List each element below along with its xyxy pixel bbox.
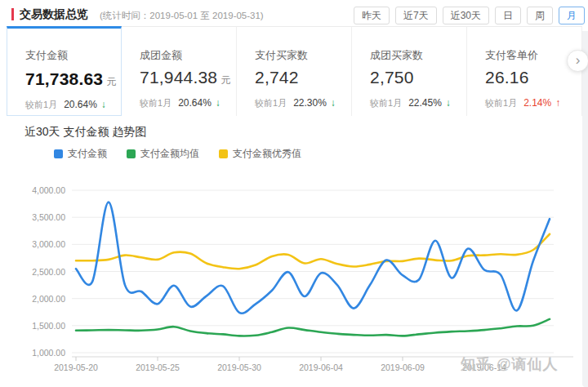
chart-legend: 支付金额 支付金额均值 支付金额优秀值 — [54, 147, 301, 161]
change-percent: 20.64% — [64, 99, 97, 110]
svg-text:1,500.00: 1,500.00 — [32, 321, 65, 331]
compare-label: 较前1月 — [485, 98, 517, 108]
svg-text:2019-06-09: 2019-06-09 — [381, 363, 425, 372]
watermark: 知乎 @谪仙人 — [461, 354, 559, 374]
metric-card-group-amount[interactable]: 成团金额 71,944.38元 较前1月20.64%↓ — [122, 26, 237, 116]
compare-label: 较前1月 — [370, 98, 402, 108]
svg-text:2019-05-25: 2019-05-25 — [136, 363, 180, 372]
range-button-day[interactable]: 日 — [495, 7, 521, 24]
svg-text:2019-05-20: 2019-05-20 — [54, 363, 98, 372]
svg-text:2,500.00: 2,500.00 — [32, 267, 65, 277]
overview-header: 交易数据总览 (统计时间：2019-05-01 至 2019-05-31) 昨天… — [0, 0, 588, 26]
svg-text:2019-05-30: 2019-05-30 — [217, 363, 261, 372]
range-button-yesterday[interactable]: 昨天 — [354, 7, 390, 24]
legend-item-average-value[interactable]: 支付金额均值 — [127, 147, 199, 161]
svg-text:2019-06-04: 2019-06-04 — [299, 363, 343, 372]
change-percent: 2.14% — [523, 97, 551, 109]
change-percent: 20.64% — [178, 97, 212, 109]
svg-text:4,000.00: 4,000.00 — [32, 185, 65, 195]
svg-text:2,000.00: 2,000.00 — [32, 294, 65, 304]
compare-label: 较前1月 — [25, 100, 57, 109]
metric-card-payment-amount[interactable]: 支付金额 71,738.63元 较前1月20.64%↓ — [7, 26, 122, 116]
trend-down-arrow-icon: ↓ — [101, 99, 106, 110]
legend-marker-blue — [54, 149, 63, 158]
trend-up-arrow-icon: ↑ — [555, 97, 560, 109]
metric-value: 2,750 — [370, 68, 414, 87]
metric-unit: 元 — [220, 74, 230, 86]
metric-label: 成团买家数 — [370, 48, 423, 63]
compare-label: 较前1月 — [140, 98, 172, 108]
stats-period-label: (统计时间：2019-05-01 至 2019-05-31) — [100, 10, 264, 22]
trend-down-arrow-icon: ↓ — [216, 97, 220, 109]
compare-label: 较前1月 — [255, 98, 287, 108]
trend-down-arrow-icon: ↓ — [331, 97, 336, 109]
legend-marker-yellow — [219, 149, 228, 158]
legend-item-excellent-value[interactable]: 支付金额优秀值 — [219, 147, 301, 161]
chevron-right-icon: › — [576, 52, 581, 68]
metric-value: 71,944.38 — [140, 68, 217, 87]
metric-label: 支付买家数 — [255, 48, 308, 63]
metric-unit: 元 — [106, 76, 116, 87]
metric-card-avg-order-value[interactable]: 支付客单价 26.16 较前1月2.14%↑ — [467, 26, 582, 116]
page-title: 交易数据总览 — [20, 7, 88, 22]
trend-chart-section: 近30天 支付金额 趋势图 支付金额 支付金额均值 支付金额优秀值 4,000.… — [0, 117, 582, 387]
range-button-month[interactable]: 月 — [559, 7, 585, 24]
svg-text:3,000.00: 3,000.00 — [32, 239, 65, 249]
metric-label: 支付金额 — [25, 48, 68, 63]
page-edge-strip — [582, 31, 588, 387]
title-accent-bar — [11, 8, 14, 20]
chart-title: 近30天 支付金额 趋势图 — [24, 125, 146, 140]
metric-cards-row: 支付金额 71,738.63元 较前1月20.64%↓ 成团金额 71,944.… — [7, 26, 582, 116]
metric-value: 2,742 — [255, 68, 299, 87]
metric-card-paying-buyers[interactable]: 支付买家数 2,742 较前1月22.30%↓ — [237, 26, 352, 116]
change-percent: 22.30% — [293, 97, 327, 109]
metric-label: 支付客单价 — [485, 48, 538, 63]
dashboard-panel: 交易数据总览 (统计时间：2019-05-01 至 2019-05-31) 昨天… — [0, 0, 588, 387]
metric-card-group-buyers[interactable]: 成团买家数 2,750 较前1月22.45%↓ — [352, 26, 467, 116]
svg-text:1,000.00: 1,000.00 — [32, 348, 65, 358]
legend-label: 支付金额优秀值 — [233, 147, 301, 161]
metric-value: 71,738.63 — [25, 69, 103, 88]
trend-down-arrow-icon: ↓ — [446, 97, 451, 109]
change-percent: 22.45% — [408, 97, 442, 109]
range-button-week[interactable]: 周 — [527, 7, 553, 24]
legend-label: 支付金额 — [68, 147, 107, 161]
date-range-switcher: 昨天 近7天 近30天 日 周 月 — [354, 7, 585, 24]
range-button-last30days[interactable]: 近30天 — [443, 7, 489, 24]
metric-label: 成团金额 — [140, 48, 182, 63]
range-button-last7days[interactable]: 近7天 — [395, 7, 437, 24]
legend-label: 支付金额均值 — [140, 147, 199, 161]
svg-text:3,500.00: 3,500.00 — [32, 212, 65, 222]
metric-value: 26.16 — [485, 68, 529, 87]
next-cards-button[interactable]: › — [567, 50, 588, 72]
legend-marker-green — [127, 149, 136, 158]
legend-item-payment-amount[interactable]: 支付金额 — [54, 147, 107, 161]
